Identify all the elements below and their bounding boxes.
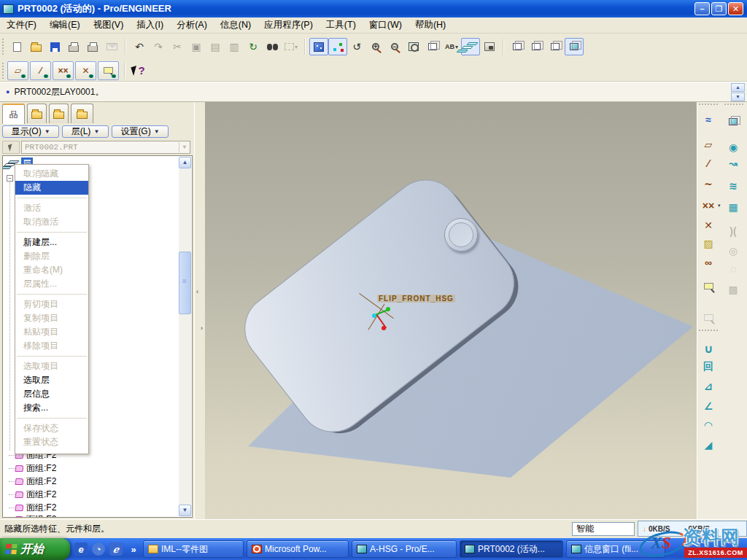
menu-window[interactable]: 窗口(W) [363,18,409,33]
zoom-in-button[interactable]: + [366,38,385,55]
menu-insert[interactable]: 插入(I) [130,18,170,33]
menu-item-cut-items[interactable]: 剪切项目 [15,298,88,311]
taskbar-button-prt0002[interactable]: PRT0002 (活动... [460,540,563,558]
context-help-button[interactable]: ? [129,62,148,79]
open-button[interactable] [26,38,45,55]
quicklaunch-overflow-chevron[interactable]: » [127,542,140,556]
splitter-collapse-left-icon[interactable]: ‹ [196,288,198,295]
new-file-button[interactable] [7,38,26,55]
cut-button[interactable]: ✂ [168,38,187,55]
chamfer-tool-button[interactable]: ◢ [699,436,718,454]
toolbar-grip[interactable] [699,330,718,331]
menu-item-deactivate[interactable]: 取消激活 [15,215,88,229]
hidden-line-button[interactable] [527,38,546,55]
menu-item-layer-properties[interactable]: 层属性... [15,277,88,291]
csys-label[interactable]: FLIP_FRONT_HSG [377,295,455,303]
select-box-button[interactable]: ▾ [282,38,301,55]
tree-item-quilt[interactable]: 面组:F2 [9,513,56,518]
tree-item-quilt[interactable]: 面组:F2 [9,502,56,513]
menu-item-hide[interactable]: 隐藏 [15,181,88,195]
menu-item-search[interactable]: 搜索... [15,401,88,415]
tree-item-quilt[interactable]: 面组:F2 [9,462,56,474]
shell-tool-button[interactable]: 回 [699,358,718,376]
saved-views-button[interactable]: AB▾ [442,38,461,55]
spin-center-button[interactable] [328,38,347,55]
draft-tool-button[interactable]: ∠ [699,397,718,415]
menu-item-activate[interactable]: 激活 [15,201,88,215]
zoom-out-button[interactable]: − [385,38,404,55]
menu-file[interactable]: 文件(F) [0,18,43,33]
lens-boss-feature[interactable] [444,218,478,252]
boundary-blend-tool-button[interactable]: ▦ [724,198,743,216]
extrude-tool-button[interactable] [724,113,743,131]
repaint-button[interactable] [309,38,328,55]
paste-button[interactable]: ▤ [206,38,225,55]
link-tool-button[interactable]: ∞ [699,254,718,271]
taskbar-button-powerpoint[interactable]: Microsoft Pow... [247,540,349,558]
menu-item-paste-items[interactable]: 粘贴项目 [15,325,88,339]
tree-scrollbar[interactable]: ▲ ▼ [179,157,191,516]
menu-item-select-items[interactable]: 选取项目 [15,359,88,373]
datum-csys-toggle[interactable]: ✕ [75,61,96,80]
menu-item-delete-layer[interactable]: 删除层 [15,249,88,263]
datum-axis-toggle[interactable]: ⁄ [30,61,51,80]
rib-tool-button[interactable]: ⊿ [699,378,718,395]
zoom-at-button[interactable] [423,38,442,55]
note-tool-2-button[interactable] [699,308,718,326]
surface-trim-button[interactable]: ◎ [724,242,743,260]
tree-expander-icon[interactable]: − [7,175,13,182]
scrollbar-down-button[interactable]: ▼ [179,505,191,516]
refit-button[interactable] [404,38,423,55]
pattern-table-button[interactable]: ▩ [724,281,743,298]
datum-ref-tool-button[interactable]: ▨ [699,235,718,252]
undo-button[interactable]: ↶ [130,38,149,55]
message-scroll-down-button[interactable]: ▼ [731,93,745,101]
tree-item-quilt[interactable]: 面组:F2 [9,489,56,500]
datum-point-caret-icon[interactable]: ▾ [718,203,721,209]
datum-curve-tool-button[interactable]: ∼ [699,175,718,192]
menu-item-unhide[interactable]: 取消隐藏 [15,167,88,181]
message-scroll-up-button[interactable]: ▲ [731,83,745,92]
menu-item-copy-items[interactable]: 复制项目 [15,311,88,325]
titlebar[interactable]: PRT0002 (活动的) - Pro/ENGINEER – ❐ ✕ [0,0,747,18]
tree-item-quilt[interactable]: 面组:F2 [9,475,56,487]
menu-tools[interactable]: 工具(T) [320,18,363,33]
menu-info[interactable]: 信息(N) [214,18,258,33]
menu-item-remove-items[interactable]: 移除项目 [15,339,88,353]
print-setup-button[interactable] [83,38,102,55]
graphics-viewport[interactable]: FLIP_FRONT_HSG [205,102,697,519]
tab-connections[interactable] [71,104,93,123]
blend-tool-button[interactable]: ≋ [724,177,743,195]
save-button[interactable] [45,38,64,55]
menu-edit[interactable]: 编辑(E) [43,18,87,33]
quicklaunch-messenger-icon[interactable]: ◔ [92,542,105,556]
quicklaunch-ie-icon[interactable]: e [74,542,88,556]
paste-special-button[interactable]: ▥ [225,38,244,55]
copy-button[interactable]: ▣ [187,38,206,55]
round-tool-button[interactable]: ◠ [699,416,718,434]
annotation-toggle[interactable] [98,61,119,80]
toolbar-grip[interactable] [2,63,4,79]
wireframe-button[interactable] [508,38,527,55]
tab-folder-browser[interactable] [27,104,47,123]
datum-csys-tool-button[interactable]: ✕ [699,217,718,234]
no-hidden-button[interactable] [546,38,565,55]
menu-applications[interactable]: 应用程序(P) [258,18,320,33]
surface-merge-button[interactable]: )( [724,222,743,240]
orient-mode-button[interactable]: ↺ [347,38,366,55]
select-arrow-button[interactable] [2,141,20,154]
show-dropdown-button[interactable]: 显示(O)▼ [2,125,59,138]
scrollbar-thumb[interactable] [179,252,191,314]
sweep-tool-button[interactable]: ↝ [724,155,743,172]
menu-item-rename[interactable]: 重命名(M) [15,263,88,277]
csys-red-dot-icon[interactable] [382,326,386,330]
menu-item-save-status[interactable]: 保存状态 [15,421,88,435]
taskbar-button-folder[interactable]: IML--零件图 [143,540,244,558]
print-button[interactable] [64,38,83,55]
panel-splitter[interactable]: ‹ › [194,102,205,519]
find-button[interactable] [263,38,282,55]
toolbar-grip[interactable] [699,104,718,105]
shaded-button[interactable] [565,38,584,55]
tab-favorites[interactable] [49,104,69,123]
menu-analysis[interactable]: 分析(A) [170,18,214,33]
